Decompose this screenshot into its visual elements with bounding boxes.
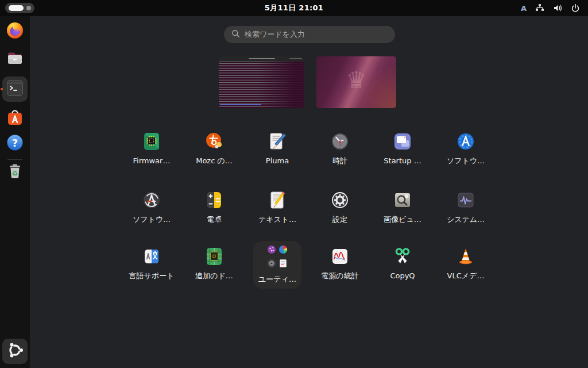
dock-item-help[interactable]: ?	[4, 133, 26, 155]
app-label: 電源の統計	[310, 271, 370, 281]
app-clocks[interactable]: 時計	[310, 130, 370, 166]
terminal-icon	[5, 78, 25, 100]
app-copyq[interactable]: CopyQ	[373, 245, 432, 281]
ubuntu-software-icon	[5, 108, 25, 130]
workspace-thumbnail-2[interactable]: ♛	[316, 56, 396, 108]
app-software-properties[interactable]: ソフトウ…	[122, 189, 181, 224]
trash-icon: ♻	[5, 162, 25, 183]
app-system-monitor[interactable]: システム…	[436, 189, 496, 224]
app-label: 追加のド…	[184, 271, 244, 281]
mozc-icon	[203, 130, 226, 153]
svg-text:♻: ♻	[12, 170, 18, 178]
calculator-icon	[203, 189, 226, 212]
vlc-cone-icon	[454, 245, 477, 268]
network-wired-icon[interactable]	[535, 3, 544, 13]
app-label: 設定	[310, 215, 370, 224]
dock-item-trash[interactable]: ♻	[4, 162, 26, 183]
app-label: Startup …	[373, 156, 432, 166]
language-support-icon	[140, 245, 163, 268]
app-label: テキスト…	[247, 215, 307, 224]
settings-gear-icon	[328, 189, 351, 212]
app-label: 画像ビュ…	[373, 215, 432, 224]
files-icon	[5, 48, 25, 70]
app-label: 言語サポート	[122, 271, 181, 281]
dock-item-ubuntu-software[interactable]	[4, 108, 26, 130]
top-bar: 5月11日 21:01 A	[0, 0, 588, 16]
crown-watermark-icon: ♛	[346, 68, 367, 91]
software-updater-icon	[454, 130, 477, 153]
workspace-thumbnail-1[interactable]	[219, 56, 304, 108]
search-icon	[231, 29, 240, 40]
system-status-area[interactable]: A	[517, 0, 583, 16]
disk-usage-analyzer-icon	[267, 245, 276, 256]
input-method-indicator[interactable]: A	[521, 4, 527, 13]
firmware-updater-icon	[140, 130, 163, 153]
app-label: 電卓	[184, 215, 244, 224]
app-software-updater[interactable]: ソフトウ…	[436, 130, 496, 166]
app-label: ソフトウ…	[436, 156, 496, 166]
app-label: システム…	[436, 215, 496, 224]
app-label: Firmwar…	[122, 156, 181, 166]
firefox-icon	[5, 21, 25, 43]
app-label: 時計	[310, 156, 370, 166]
app-language-support[interactable]: 言語サポート	[122, 245, 181, 281]
pie-chart-icon	[278, 245, 288, 256]
power-statistics-icon	[328, 245, 351, 268]
dock-separator	[7, 159, 22, 160]
app-power-statistics[interactable]: 電源の統計	[310, 245, 370, 281]
app-additional-drivers[interactable]: 追加のド…	[184, 245, 244, 281]
system-monitor-icon	[454, 189, 477, 212]
clock-button[interactable]: 5月11日 21:01	[0, 0, 588, 16]
mini-terminal-body	[219, 62, 304, 108]
dock-item-terminal[interactable]	[2, 76, 28, 102]
app-vlc[interactable]: VLCメデ…	[436, 245, 496, 281]
pluma-icon	[266, 130, 289, 153]
app-label: Mozc の…	[184, 156, 244, 166]
startup-applications-icon	[391, 130, 414, 153]
app-startup-applications[interactable]: Startup …	[373, 130, 432, 166]
app-pluma[interactable]: Pluma	[247, 130, 307, 166]
show-apps-icon	[5, 340, 25, 362]
dock-item-firefox[interactable]	[4, 21, 26, 43]
folder-preview-icons	[267, 245, 288, 270]
app-image-viewer[interactable]: 画像ビュ…	[373, 189, 432, 224]
app-text-editor[interactable]: テキスト…	[247, 189, 307, 224]
search-placeholder: 検索ワードを入力	[245, 29, 305, 40]
app-mozc-settings[interactable]: Mozc の…	[184, 130, 244, 166]
power-icon[interactable]	[571, 3, 580, 13]
search-input[interactable]: 検索ワードを入力	[224, 26, 395, 43]
additional-drivers-icon	[203, 245, 226, 268]
image-viewer-icon	[391, 189, 414, 212]
running-indicator-dot	[1, 88, 3, 90]
dock-item-files[interactable]	[4, 48, 26, 70]
app-label: VLCメデ…	[436, 271, 496, 281]
disks-icon	[267, 259, 276, 270]
app-label: Pluma	[247, 156, 307, 166]
app-label: CopyQ	[373, 271, 432, 281]
copyq-scissors-icon	[391, 245, 414, 268]
volume-icon[interactable]	[553, 3, 562, 13]
software-properties-icon	[140, 189, 163, 212]
app-calculator[interactable]: 電卓	[184, 189, 244, 224]
document-icon	[278, 259, 288, 270]
clock-icon	[328, 130, 351, 153]
app-label: ユーティ…	[253, 275, 301, 284]
help-icon: ?	[5, 133, 25, 155]
show-apps-button[interactable]	[2, 339, 28, 364]
text-editor-icon	[266, 189, 289, 212]
app-folder-utilities[interactable]: ユーティ…	[253, 241, 301, 289]
svg-text:?: ?	[12, 137, 18, 149]
app-firmware-updater[interactable]: Firmwar…	[122, 130, 181, 166]
dock: ? ♻	[0, 16, 30, 368]
app-settings[interactable]: 設定	[310, 189, 370, 224]
mini-terminal-titlebar	[219, 56, 304, 62]
app-label: ソフトウ…	[122, 215, 181, 224]
